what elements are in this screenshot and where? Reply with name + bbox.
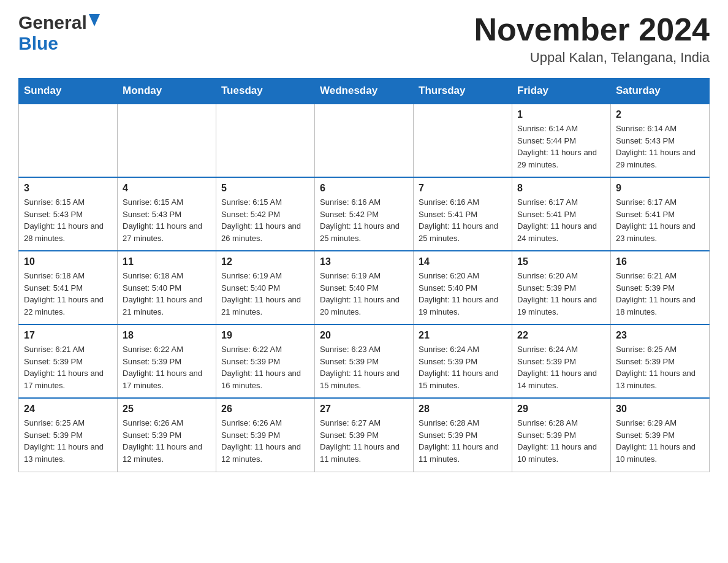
- table-row: [414, 104, 512, 177]
- table-row: 21Sunrise: 6:24 AMSunset: 5:39 PMDayligh…: [414, 324, 512, 398]
- table-row: 16Sunrise: 6:21 AMSunset: 5:39 PMDayligh…: [611, 251, 710, 324]
- day-info: Sunrise: 6:18 AMSunset: 5:41 PMDaylight:…: [24, 270, 112, 318]
- day-info: Sunrise: 6:17 AMSunset: 5:41 PMDaylight:…: [517, 196, 605, 244]
- svg-marker-0: [89, 14, 100, 26]
- table-row: 29Sunrise: 6:28 AMSunset: 5:39 PMDayligh…: [512, 398, 611, 472]
- day-number: 28: [419, 404, 507, 415]
- logo: General Blue: [18, 12, 100, 54]
- table-row: 18Sunrise: 6:22 AMSunset: 5:39 PMDayligh…: [118, 324, 216, 398]
- calendar-table: Sunday Monday Tuesday Wednesday Thursday…: [18, 78, 710, 472]
- day-info: Sunrise: 6:22 AMSunset: 5:39 PMDaylight:…: [123, 343, 211, 391]
- day-info: Sunrise: 6:16 AMSunset: 5:41 PMDaylight:…: [419, 196, 507, 244]
- table-row: 28Sunrise: 6:28 AMSunset: 5:39 PMDayligh…: [414, 398, 512, 472]
- day-number: 17: [24, 330, 112, 341]
- day-number: 16: [616, 256, 704, 267]
- table-row: 23Sunrise: 6:25 AMSunset: 5:39 PMDayligh…: [611, 324, 710, 398]
- day-number: 21: [419, 330, 507, 341]
- day-number: 2: [616, 109, 704, 120]
- day-number: 25: [123, 404, 211, 415]
- day-info: Sunrise: 6:14 AMSunset: 5:43 PMDaylight:…: [616, 123, 704, 170]
- day-number: 13: [320, 256, 408, 267]
- table-row: 24Sunrise: 6:25 AMSunset: 5:39 PMDayligh…: [19, 398, 118, 472]
- day-number: 7: [419, 183, 507, 194]
- day-number: 22: [517, 330, 605, 341]
- day-number: 11: [123, 256, 211, 267]
- day-number: 5: [221, 183, 309, 194]
- table-row: 15Sunrise: 6:20 AMSunset: 5:39 PMDayligh…: [512, 251, 611, 324]
- day-info: Sunrise: 6:17 AMSunset: 5:41 PMDaylight:…: [616, 196, 704, 244]
- table-row: 6Sunrise: 6:16 AMSunset: 5:42 PMDaylight…: [315, 177, 414, 251]
- header-monday: Monday: [118, 79, 216, 104]
- day-number: 23: [616, 330, 704, 341]
- day-number: 30: [616, 404, 704, 415]
- day-info: Sunrise: 6:16 AMSunset: 5:42 PMDaylight:…: [320, 196, 408, 244]
- table-row: 27Sunrise: 6:27 AMSunset: 5:39 PMDayligh…: [315, 398, 414, 472]
- day-number: 19: [221, 330, 309, 341]
- table-row: 10Sunrise: 6:18 AMSunset: 5:41 PMDayligh…: [19, 251, 118, 324]
- table-row: 12Sunrise: 6:19 AMSunset: 5:40 PMDayligh…: [216, 251, 315, 324]
- day-info: Sunrise: 6:20 AMSunset: 5:39 PMDaylight:…: [517, 270, 605, 318]
- table-row: 9Sunrise: 6:17 AMSunset: 5:41 PMDaylight…: [611, 177, 710, 251]
- table-row: [118, 104, 216, 177]
- page-header: General Blue November 2024 Uppal Kalan, …: [18, 12, 710, 66]
- day-info: Sunrise: 6:25 AMSunset: 5:39 PMDaylight:…: [616, 343, 704, 391]
- day-number: 6: [320, 183, 408, 194]
- day-number: 10: [24, 256, 112, 267]
- day-info: Sunrise: 6:18 AMSunset: 5:40 PMDaylight:…: [123, 270, 211, 318]
- day-info: Sunrise: 6:29 AMSunset: 5:39 PMDaylight:…: [616, 417, 704, 465]
- header-wednesday: Wednesday: [315, 79, 414, 104]
- day-info: Sunrise: 6:19 AMSunset: 5:40 PMDaylight:…: [320, 270, 408, 318]
- day-info: Sunrise: 6:27 AMSunset: 5:39 PMDaylight:…: [320, 417, 408, 465]
- table-row: 1Sunrise: 6:14 AMSunset: 5:44 PMDaylight…: [512, 104, 611, 177]
- day-number: 12: [221, 256, 309, 267]
- calendar-week-row: 24Sunrise: 6:25 AMSunset: 5:39 PMDayligh…: [19, 398, 710, 472]
- day-number: 15: [517, 256, 605, 267]
- calendar-week-row: 1Sunrise: 6:14 AMSunset: 5:44 PMDaylight…: [19, 104, 710, 177]
- table-row: [19, 104, 118, 177]
- table-row: 7Sunrise: 6:16 AMSunset: 5:41 PMDaylight…: [414, 177, 512, 251]
- table-row: 8Sunrise: 6:17 AMSunset: 5:41 PMDaylight…: [512, 177, 611, 251]
- table-row: 26Sunrise: 6:26 AMSunset: 5:39 PMDayligh…: [216, 398, 315, 472]
- day-info: Sunrise: 6:26 AMSunset: 5:39 PMDaylight:…: [221, 417, 309, 465]
- table-row: 3Sunrise: 6:15 AMSunset: 5:43 PMDaylight…: [19, 177, 118, 251]
- table-row: 19Sunrise: 6:22 AMSunset: 5:39 PMDayligh…: [216, 324, 315, 398]
- header-sunday: Sunday: [19, 79, 118, 104]
- table-row: 30Sunrise: 6:29 AMSunset: 5:39 PMDayligh…: [611, 398, 710, 472]
- day-info: Sunrise: 6:26 AMSunset: 5:39 PMDaylight:…: [123, 417, 211, 465]
- day-info: Sunrise: 6:24 AMSunset: 5:39 PMDaylight:…: [517, 343, 605, 391]
- location-text: Uppal Kalan, Telangana, India: [474, 50, 710, 66]
- day-info: Sunrise: 6:20 AMSunset: 5:40 PMDaylight:…: [419, 270, 507, 318]
- day-number: 26: [221, 404, 309, 415]
- table-row: 2Sunrise: 6:14 AMSunset: 5:43 PMDaylight…: [611, 104, 710, 177]
- day-info: Sunrise: 6:23 AMSunset: 5:39 PMDaylight:…: [320, 343, 408, 391]
- calendar-week-row: 17Sunrise: 6:21 AMSunset: 5:39 PMDayligh…: [19, 324, 710, 398]
- day-number: 20: [320, 330, 408, 341]
- table-row: 20Sunrise: 6:23 AMSunset: 5:39 PMDayligh…: [315, 324, 414, 398]
- day-info: Sunrise: 6:15 AMSunset: 5:42 PMDaylight:…: [221, 196, 309, 244]
- day-info: Sunrise: 6:19 AMSunset: 5:40 PMDaylight:…: [221, 270, 309, 318]
- day-info: Sunrise: 6:14 AMSunset: 5:44 PMDaylight:…: [517, 123, 605, 170]
- title-section: November 2024 Uppal Kalan, Telangana, In…: [474, 12, 710, 66]
- day-number: 1: [517, 109, 605, 120]
- calendar-header-row: Sunday Monday Tuesday Wednesday Thursday…: [19, 79, 710, 104]
- day-number: 27: [320, 404, 408, 415]
- table-row: 4Sunrise: 6:15 AMSunset: 5:43 PMDaylight…: [118, 177, 216, 251]
- day-info: Sunrise: 6:25 AMSunset: 5:39 PMDaylight:…: [24, 417, 112, 465]
- day-number: 3: [24, 183, 112, 194]
- day-info: Sunrise: 6:21 AMSunset: 5:39 PMDaylight:…: [616, 270, 704, 318]
- day-number: 8: [517, 183, 605, 194]
- day-number: 18: [123, 330, 211, 341]
- day-number: 4: [123, 183, 211, 194]
- day-info: Sunrise: 6:21 AMSunset: 5:39 PMDaylight:…: [24, 343, 112, 391]
- table-row: [315, 104, 414, 177]
- day-number: 24: [24, 404, 112, 415]
- day-info: Sunrise: 6:28 AMSunset: 5:39 PMDaylight:…: [419, 417, 507, 465]
- day-info: Sunrise: 6:22 AMSunset: 5:39 PMDaylight:…: [221, 343, 309, 391]
- day-info: Sunrise: 6:15 AMSunset: 5:43 PMDaylight:…: [24, 196, 112, 244]
- table-row: 17Sunrise: 6:21 AMSunset: 5:39 PMDayligh…: [19, 324, 118, 398]
- header-friday: Friday: [512, 79, 611, 104]
- table-row: [216, 104, 315, 177]
- table-row: 11Sunrise: 6:18 AMSunset: 5:40 PMDayligh…: [118, 251, 216, 324]
- logo-general-text: General: [18, 12, 87, 33]
- logo-arrow-icon: [89, 14, 100, 30]
